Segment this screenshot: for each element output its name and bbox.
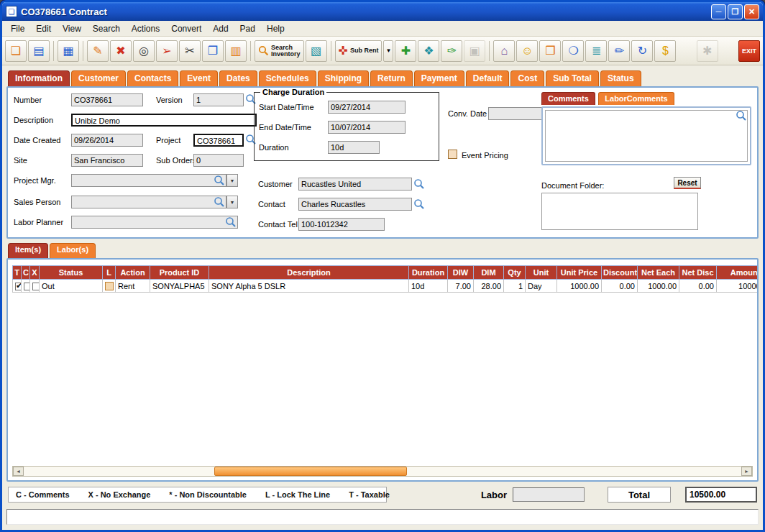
tab-information[interactable]: Information (8, 70, 70, 86)
menu-file[interactable]: File (5, 22, 30, 35)
delete-button[interactable]: ✖ (110, 40, 132, 62)
total-value-field[interactable]: 10500.00 (685, 487, 757, 503)
customer-service-button[interactable]: ☺ (516, 40, 538, 62)
cell-amount[interactable]: 10000.00 (717, 280, 759, 293)
catalog-button[interactable]: ❍ (562, 40, 584, 62)
tab-contacts[interactable]: Contacts (127, 70, 178, 86)
cell-dim[interactable]: 28.00 (474, 280, 504, 293)
conv-date-field[interactable] (488, 107, 547, 120)
column-header-discount[interactable]: Discount (602, 266, 638, 280)
scroll-right-button[interactable]: ► (741, 467, 752, 476)
column-header-net-disc[interactable]: Net Disc (679, 266, 717, 280)
site-field[interactable]: San Francisco (71, 154, 143, 167)
tab-labors[interactable]: Labor(s) (50, 243, 96, 258)
menu-pad[interactable]: Pad (234, 22, 261, 35)
customer-lookup-icon[interactable] (413, 178, 425, 190)
cut-button[interactable]: ✂ (179, 40, 201, 62)
cell-net-each[interactable]: 1000.00 (638, 280, 679, 293)
copy-button[interactable]: ❐ (202, 40, 224, 62)
comments-lookup-icon[interactable] (736, 110, 747, 121)
cell-diw[interactable]: 7.00 (448, 280, 474, 293)
minimize-button[interactable]: ─ (711, 4, 726, 19)
search-inventory-button[interactable]: SearchInventory (255, 40, 304, 62)
cell-qty[interactable]: 1 (504, 280, 526, 293)
menu-add[interactable]: Add (207, 22, 234, 35)
table-row[interactable]: Out Rent SONYALPHA5 SONY Alpha 5 DSLR 10… (13, 280, 759, 293)
customer-field[interactable]: Rucastles United (298, 178, 412, 191)
version-field[interactable]: 1 (193, 93, 244, 106)
column-header-product-id[interactable]: Product ID (150, 266, 209, 280)
cell-unit-price[interactable]: 1000.00 (557, 280, 602, 293)
tab-labor-comments[interactable]: LaborComments (598, 92, 674, 105)
new-button[interactable]: ❏ (5, 40, 27, 62)
tab-shipping[interactable]: Shipping (318, 70, 369, 86)
tab-status[interactable]: Status (600, 70, 641, 86)
cell-description[interactable]: SONY Alpha 5 DSLR (209, 280, 409, 293)
paste-button[interactable]: ▥ (225, 40, 247, 62)
checkbox-checked-icon[interactable] (15, 283, 22, 290)
package-button[interactable]: ❒ (539, 40, 561, 62)
cell-action[interactable]: Rent (116, 280, 150, 293)
cell-comments[interactable] (22, 280, 30, 293)
tab-default[interactable]: Default (466, 70, 510, 86)
cell-net-disc[interactable]: 0.00 (679, 280, 717, 293)
column-header-unit[interactable]: Unit (526, 266, 557, 280)
project-field[interactable]: CO378661 (193, 134, 244, 147)
colors-button[interactable]: ▧ (306, 40, 327, 62)
tab-event[interactable]: Event (180, 70, 218, 86)
reset-button[interactable]: Reset (674, 177, 701, 189)
cell-taxable[interactable] (13, 280, 22, 293)
write-button[interactable]: ✏ (608, 40, 630, 62)
reports-button[interactable]: ≣ (585, 40, 607, 62)
project-mgr-field[interactable] (71, 174, 226, 187)
column-header-unit-price[interactable]: Unit Price (557, 266, 602, 280)
sales-person-lookup-icon[interactable] (214, 196, 225, 208)
column-header-x[interactable]: X (30, 266, 40, 280)
date-created-field[interactable]: 09/26/2014 (71, 134, 143, 147)
scrollbar-thumb[interactable] (214, 467, 407, 476)
labor-planner-lookup-icon[interactable] (225, 216, 237, 228)
column-header-c[interactable]: C (22, 266, 30, 280)
notes-button[interactable]: ✑ (441, 40, 462, 62)
route-button[interactable]: ➢ (156, 40, 178, 62)
tab-schedules[interactable]: Schedules (259, 70, 316, 86)
column-header-diw[interactable]: DIW (448, 266, 474, 280)
start-datetime-field[interactable]: 09/27/2014 (328, 101, 406, 114)
tab-payment[interactable]: Payment (414, 70, 464, 86)
contact-tel-field[interactable]: 100-1012342 (298, 218, 385, 231)
contact-lookup-icon[interactable] (413, 198, 425, 210)
tab-customer[interactable]: Customer (71, 70, 126, 86)
checkbox-icon[interactable] (24, 283, 30, 290)
column-header-action[interactable]: Action (116, 266, 150, 280)
menu-actions[interactable]: Actions (126, 22, 165, 35)
checkbox-icon[interactable] (32, 283, 40, 290)
billing-button[interactable]: $ (654, 40, 676, 62)
sales-person-field[interactable] (71, 196, 226, 208)
sub-rent-dropdown-button[interactable]: ▼ (383, 40, 393, 62)
column-header-t[interactable]: T (13, 266, 22, 280)
number-field[interactable]: CO378661 (71, 93, 143, 106)
menu-edit[interactable]: Edit (30, 22, 57, 35)
column-header-qty[interactable]: Qty (504, 266, 526, 280)
menu-view[interactable]: View (57, 22, 87, 35)
tab-dates[interactable]: Dates (219, 70, 257, 86)
find-button[interactable]: ◎ (133, 40, 155, 62)
tab-cost[interactable]: Cost (510, 70, 544, 86)
column-header-duration[interactable]: Duration (409, 266, 448, 280)
cell-unit[interactable]: Day (526, 280, 557, 293)
labor-planner-field[interactable] (71, 216, 238, 229)
document-folder-box[interactable] (541, 193, 698, 230)
edit-button[interactable]: ✎ (87, 40, 109, 62)
tab-return[interactable]: Return (370, 70, 413, 86)
sub-orders-field[interactable]: 0 (193, 154, 244, 167)
tab-sub-total[interactable]: Sub Total (546, 70, 599, 86)
print-button[interactable]: ▤ (28, 40, 50, 62)
organization-button[interactable]: ⌂ (493, 40, 515, 62)
end-datetime-field[interactable]: 10/07/2014 (328, 121, 406, 134)
cell-no-exchange[interactable] (30, 280, 40, 293)
menu-help[interactable]: Help (261, 22, 290, 35)
cell-duration[interactable]: 10d (409, 280, 448, 293)
column-header-status[interactable]: Status (40, 266, 103, 280)
add-item-button[interactable]: ✚ (395, 40, 416, 62)
project-mgr-lookup-icon[interactable] (214, 175, 225, 186)
